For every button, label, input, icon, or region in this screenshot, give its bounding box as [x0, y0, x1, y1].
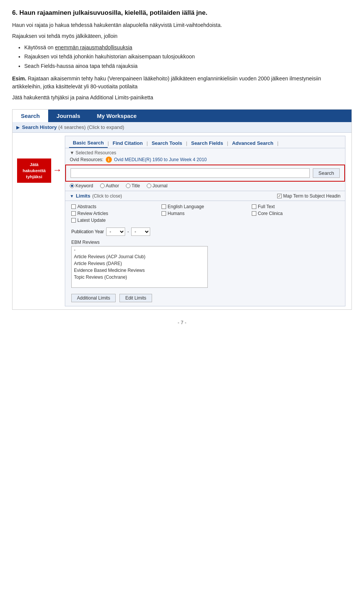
ovid-resources-text: Ovid Resources: [70, 157, 104, 162]
limits-header: ▼ Limits (Click to close) Map Term to Su… [65, 191, 345, 201]
ebm-label: EBM Reviews [71, 240, 339, 245]
limit-fulltext-cb[interactable] [252, 204, 256, 209]
para2-bullet-3: Seach Fields-haussa ainoa tapa tehdä raj… [24, 62, 352, 70]
pub-year-label: Publication Year [71, 229, 104, 234]
radio-title-label: Title [132, 183, 140, 188]
page-footer: - 7 - [12, 319, 352, 326]
history-arrow-icon: ▶ [16, 125, 20, 130]
para2-bullet-1: Käytössä on enemmän rajausmahdollisuuksi… [24, 43, 352, 52]
search-history-expand: (Click to expand) [87, 124, 124, 130]
limit-english-cb[interactable] [162, 204, 166, 209]
limits-left: ▼ Limits (Click to close) [70, 193, 122, 199]
ebm-item-dare[interactable]: Article Reviews (DARE) [72, 260, 207, 267]
search-input[interactable] [71, 168, 310, 178]
radio-row: Keyword Author Title Journal [65, 182, 345, 191]
sub-nav: Basic Search | Find Citation | Search To… [65, 136, 345, 148]
edit-limits-button[interactable]: Edit Limits [119, 294, 152, 302]
radio-author[interactable]: Author [100, 183, 119, 188]
map-term-option: Map Term to Subject Headin [277, 193, 340, 199]
search-history-count: (4 searches) [58, 124, 86, 130]
nav-search-tab[interactable]: Search [13, 110, 48, 122]
sub-nav-find-citation[interactable]: Find Citation [109, 139, 146, 148]
limit-fulltext: Full Text [252, 204, 339, 209]
pub-year-to-select[interactable]: - [131, 228, 150, 236]
annotated-panel: Jätähakukenttätyhjäksi → Osoitatätä → Ba… [62, 136, 348, 306]
screenshot-area: Search Journals My Workspace ▶ Search Hi… [12, 109, 352, 310]
ovid-info-badge[interactable]: i [106, 157, 112, 163]
ebm-item-dash[interactable]: - [72, 246, 207, 253]
limit-review: Review Articles [71, 211, 158, 216]
search-button[interactable]: Search [313, 168, 340, 178]
limit-humans: Humans [162, 211, 249, 216]
ebm-item-acp[interactable]: Article Reviews (ACP Journal Club) [72, 253, 207, 260]
esim-text: Rajataan aikaisemmin tehty haku (Verenpa… [12, 75, 321, 89]
search-history-label: Search History [22, 124, 57, 130]
limits-grid: Abstracts English Language Full Text Rev… [65, 201, 345, 226]
esim-label: Esim. [12, 75, 26, 82]
pub-year-separator: - [127, 229, 129, 234]
limits-label: Limits [76, 193, 90, 199]
para2-intro: Rajauksen voi tehdä myös jälkikäteen, jo… [12, 32, 352, 40]
limit-core-cb[interactable] [252, 211, 256, 216]
additional-limits-button[interactable]: Additional Limits [71, 294, 116, 302]
limit-review-cb[interactable] [71, 211, 76, 216]
ebm-listbox[interactable]: - Article Reviews (ACP Journal Club) Art… [71, 246, 208, 288]
limit-abstracts: Abstracts [71, 204, 158, 209]
para2-list: Käytössä on enemmän rajausmahdollisuuksi… [24, 43, 352, 70]
para1: Haun voi rajata jo hakua tehdessä hakuke… [12, 21, 352, 29]
selected-resources-label: ▼ Selected Resources [70, 150, 340, 155]
sub-nav-search-fields[interactable]: Search Fields [187, 139, 227, 148]
esim-paragraph: Esim. Rajataan aikaisemmin tehty haku (V… [12, 75, 352, 91]
limit-core-clinica: Core Clinica [252, 211, 339, 216]
nav-workspace-tab[interactable]: My Workspace [89, 110, 145, 122]
search-row: Search [65, 165, 345, 182]
limits-arrow-icon: ▼ [70, 194, 74, 198]
limit-latest-cb[interactable] [71, 218, 76, 223]
limits-meta: (Click to close) [92, 193, 122, 199]
radio-journal-label: Journal [152, 183, 167, 188]
page-heading: 6. Haun rajaaminen julkaisuvuosilla, kie… [12, 9, 352, 17]
ovid-db-name: Ovid MEDLINE(R) 1950 to June Week 4 2010 [114, 157, 207, 162]
map-term-checkbox[interactable] [277, 194, 282, 198]
top-nav: Search Journals My Workspace [13, 110, 351, 122]
radio-author-circle [100, 184, 105, 188]
pub-year-row: Publication Year - - - [65, 226, 345, 238]
instruction-text: Jätä hakukenttä tyhjäksi ja paina Additi… [12, 94, 352, 102]
radio-keyword-label: Keyword [75, 183, 93, 188]
limit-abstracts-cb[interactable] [71, 204, 76, 209]
map-term-label: Map Term to Subject Headin [283, 193, 340, 199]
selected-resources: ▼ Selected Resources Ovid Resources: i O… [65, 148, 345, 165]
radio-keyword-circle [70, 184, 74, 188]
radio-title-circle [126, 184, 130, 188]
search-history-bar: ▶ Search History (4 searches) (Click to … [13, 122, 351, 133]
ovid-resources: Ovid Resources: i Ovid MEDLINE(R) 1950 t… [70, 157, 340, 163]
radio-title[interactable]: Title [126, 183, 140, 188]
pub-year-from-select[interactable]: - [106, 228, 125, 236]
sub-nav-basic-search[interactable]: Basic Search [69, 138, 108, 148]
limit-latest-update: Latest Update [71, 218, 158, 223]
sub-nav-search-tools[interactable]: Search Tools [148, 139, 186, 148]
ebm-item-cochrane[interactable]: Topic Reviews (Cochrane) [72, 274, 207, 281]
radio-journal-circle [147, 184, 151, 188]
annotation-jata-arrow: → [53, 165, 62, 175]
annotation-jata: Jätähakukenttätyhjäksi [17, 158, 51, 183]
radio-journal[interactable]: Journal [147, 183, 167, 188]
sub-nav-advanced-search[interactable]: Advanced Search [228, 139, 277, 148]
radio-keyword[interactable]: Keyword [70, 183, 93, 188]
para2-bullet-2: Rajauksen voi tehdä johonkin hakuhistori… [24, 52, 352, 61]
ebm-item-ebm[interactable]: Evidence Based Medicine Reviews [72, 267, 207, 274]
nav-journals-tab[interactable]: Journals [48, 110, 89, 122]
radio-author-label: Author [106, 183, 119, 188]
ebm-section: EBM Reviews - Article Reviews (ACP Journ… [65, 238, 345, 291]
bottom-buttons: Additional Limits Edit Limits [65, 291, 345, 306]
limit-humans-cb[interactable] [162, 211, 166, 216]
limit-english: English Language [162, 204, 249, 209]
search-panel: Basic Search | Find Citation | Search To… [65, 136, 345, 306]
